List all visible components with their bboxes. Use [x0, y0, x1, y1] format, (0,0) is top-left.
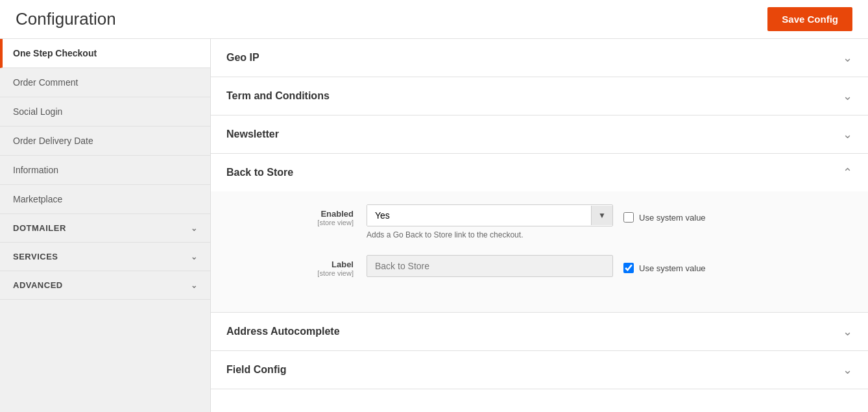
main-layout: One Step Checkout Order Comment Social L…: [0, 39, 868, 412]
enabled-select[interactable]: Yes No: [367, 205, 591, 226]
back-to-store-title: Back to Store: [226, 167, 293, 178]
label-sublabel: [store view]: [237, 269, 354, 277]
term-conditions-chevron-icon: ⌄: [843, 89, 852, 103]
label-form-row: Label [store view] Use system value: [237, 255, 842, 277]
header: Configuration Save Config: [0, 0, 868, 39]
section-term-conditions[interactable]: Term and Conditions ⌄: [211, 77, 868, 115]
enabled-use-system-value-checkbox[interactable]: [623, 212, 634, 223]
geo-ip-title: Geo IP: [226, 52, 259, 64]
section-geo-ip[interactable]: Geo IP ⌄: [211, 39, 868, 77]
back-to-store-header[interactable]: Back to Store ⌃: [211, 154, 868, 191]
page-title: Configuration: [16, 9, 116, 29]
newsletter-title: Newsletter: [226, 128, 279, 140]
enabled-select-wrapper: Yes No ▼: [367, 204, 613, 226]
sidebar-item-order-comment[interactable]: Order Comment: [0, 68, 210, 97]
enabled-input-row: Yes No ▼ Use system value: [367, 204, 842, 226]
main-content: Geo IP ⌄ Term and Conditions ⌄ Newslette…: [211, 39, 868, 412]
sidebar-item-information[interactable]: Information: [0, 156, 210, 185]
label-use-system-value-label: Use system value: [639, 263, 706, 273]
address-autocomplete-title: Address Autocomplete: [226, 326, 340, 337]
sidebar-group-dotmailer[interactable]: DOTMAILER ⌄: [0, 214, 210, 243]
enabled-helper-text: Adds a Go Back to Store link to the chec…: [367, 230, 842, 239]
address-autocomplete-chevron-icon: ⌄: [843, 324, 852, 339]
sidebar-item-one-step-checkout[interactable]: One Step Checkout: [0, 39, 210, 68]
save-config-button[interactable]: Save Config: [767, 7, 852, 31]
newsletter-chevron-icon: ⌄: [843, 127, 852, 141]
label-system-value-col: Use system value: [623, 259, 753, 273]
label-control-col: Use system value: [367, 255, 842, 277]
enabled-select-dropdown-btn[interactable]: ▼: [591, 206, 612, 225]
sidebar-group-advanced[interactable]: ADVANCED ⌄: [0, 271, 210, 300]
section-address-autocomplete[interactable]: Address Autocomplete ⌄: [211, 313, 868, 351]
back-to-store-chevron-icon: ⌃: [843, 165, 852, 180]
section-newsletter[interactable]: Newsletter ⌄: [211, 115, 868, 154]
enabled-system-value-col: Use system value: [623, 208, 753, 223]
sidebar-item-order-delivery-date[interactable]: Order Delivery Date: [0, 127, 210, 156]
label-field-label: Label: [332, 260, 354, 269]
field-config-title: Field Config: [226, 364, 286, 376]
enabled-control-col: Yes No ▼ Use system value Adds a Go Back…: [367, 204, 842, 239]
label-text-input[interactable]: [367, 255, 613, 277]
sidebar-item-social-login[interactable]: Social Login: [0, 97, 210, 127]
back-to-store-body: Enabled [store view] Yes No ▼: [211, 191, 868, 312]
section-back-to-store: Back to Store ⌃ Enabled [store view] Ye: [211, 154, 868, 313]
sidebar-item-marketplace[interactable]: Marketplace: [0, 185, 210, 214]
services-chevron-icon: ⌄: [191, 252, 198, 261]
enabled-sublabel: [store view]: [237, 219, 354, 226]
enabled-use-system-value-label: Use system value: [639, 213, 706, 223]
sidebar: One Step Checkout Order Comment Social L…: [0, 39, 211, 412]
advanced-chevron-icon: ⌄: [191, 281, 198, 290]
label-use-system-value-checkbox[interactable]: [623, 263, 634, 273]
dotmailer-chevron-icon: ⌄: [191, 224, 198, 233]
term-conditions-title: Term and Conditions: [226, 90, 330, 102]
sidebar-group-services[interactable]: SERVICES ⌄: [0, 243, 210, 271]
label-label-col: Label [store view]: [237, 255, 367, 277]
field-config-chevron-icon: ⌄: [843, 363, 852, 377]
section-field-config[interactable]: Field Config ⌄: [211, 351, 868, 389]
label-input-row: Use system value: [367, 255, 842, 277]
enabled-label: Enabled: [320, 209, 354, 219]
enabled-form-row: Enabled [store view] Yes No ▼: [237, 204, 842, 239]
enabled-label-col: Enabled [store view]: [237, 204, 367, 226]
geo-ip-chevron-icon: ⌄: [843, 51, 852, 65]
